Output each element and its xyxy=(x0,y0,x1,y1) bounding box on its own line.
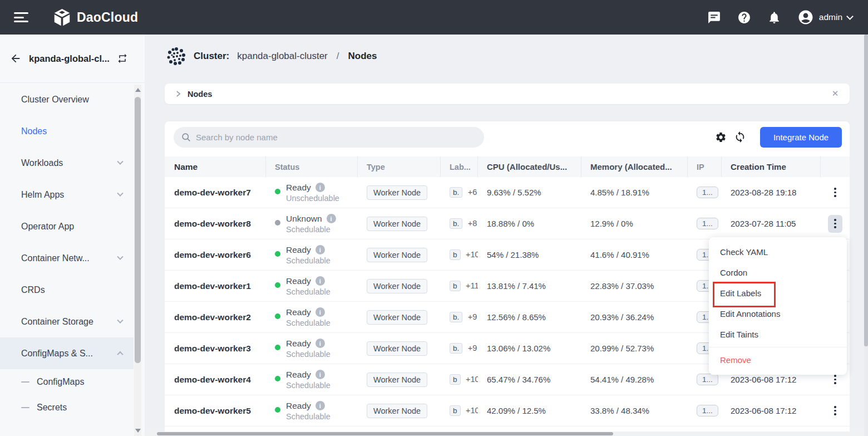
info-icon[interactable] xyxy=(315,370,325,379)
context-menu-item[interactable]: Cordon xyxy=(709,262,847,283)
horizontal-scrollbar-thumb[interactable] xyxy=(157,432,613,435)
info-icon[interactable] xyxy=(315,339,325,348)
node-name[interactable]: demo-dev-worker5 xyxy=(165,406,266,416)
label-more-count[interactable]: +8 xyxy=(468,219,477,228)
info-icon[interactable] xyxy=(315,245,325,254)
context-menu-item[interactable]: Check YAML xyxy=(709,242,847,262)
context-menu-item[interactable]: Edit Taints xyxy=(709,324,847,345)
sidebar-item[interactable]: ConfigMaps xyxy=(0,369,134,395)
node-name[interactable]: demo-dev-worker2 xyxy=(165,312,266,322)
label-more-count[interactable]: +10 xyxy=(466,250,478,259)
ip-badge[interactable]: 1... xyxy=(697,374,718,385)
column-header[interactable]: Status xyxy=(266,156,358,177)
node-name[interactable]: demo-dev-worker6 xyxy=(165,250,266,260)
back-arrow-icon[interactable] xyxy=(9,52,22,65)
sidebar-item[interactable]: Container Storage xyxy=(0,306,134,337)
search-box[interactable] xyxy=(174,127,484,148)
scroll-up-icon[interactable] xyxy=(135,88,141,92)
label-more-count[interactable]: +6 xyxy=(468,188,477,197)
scroll-down-icon[interactable] xyxy=(135,429,141,433)
menu-icon[interactable] xyxy=(14,12,28,22)
ip-badge[interactable]: 1... xyxy=(697,218,718,229)
context-menu-item[interactable]: Remove xyxy=(709,350,847,370)
info-icon[interactable] xyxy=(315,307,325,317)
node-name[interactable]: demo-dev-worker3 xyxy=(165,344,266,354)
sidebar-cluster-name[interactable]: kpanda-global-cl... xyxy=(29,53,110,64)
info-icon[interactable] xyxy=(315,401,325,410)
gear-icon[interactable] xyxy=(714,131,727,143)
kebab-menu-icon[interactable] xyxy=(828,402,842,420)
label-more-count[interactable]: +9 xyxy=(468,312,477,321)
vertical-scrollbar-thumb[interactable] xyxy=(864,35,868,346)
user-menu[interactable]: admin xyxy=(797,9,852,26)
label-badge[interactable]: b. xyxy=(450,343,462,354)
column-header[interactable]: IP xyxy=(688,156,722,177)
table-row[interactable]: demo-dev-worker5 Ready Schedulable Work xyxy=(165,395,850,427)
sidebar-item[interactable]: Helm Apps xyxy=(0,179,134,210)
column-header[interactable]: Memory (Allocated... xyxy=(581,156,688,177)
sidebar-item-label: Container Netw... xyxy=(21,253,90,263)
node-cpu: 12.56% / 8.65% xyxy=(478,312,581,322)
table-row[interactable]: demo-dev-worker7 Ready Unschedulable Wo xyxy=(165,177,850,208)
label-badge[interactable]: b xyxy=(450,249,461,260)
chat-icon[interactable] xyxy=(707,10,722,25)
scrollbar-thumb[interactable] xyxy=(135,97,141,363)
close-icon[interactable]: ✕ xyxy=(830,88,841,99)
kebab-menu-icon[interactable] xyxy=(828,184,842,202)
help-icon[interactable] xyxy=(737,10,752,25)
integrate-node-button[interactable]: Integrate Node xyxy=(760,127,842,148)
vertical-scrollbar[interactable] xyxy=(864,35,868,436)
column-header[interactable]: Lab... xyxy=(441,156,478,177)
sidebar-item[interactable]: Cluster Overview xyxy=(0,84,134,115)
label-badge[interactable]: b. xyxy=(450,218,462,229)
label-badge[interactable]: b. xyxy=(450,187,462,198)
sidebar-scrollbar[interactable] xyxy=(134,85,141,436)
info-icon[interactable] xyxy=(315,276,325,286)
node-name[interactable]: demo-dev-worker4 xyxy=(165,375,266,385)
bell-icon[interactable] xyxy=(767,10,782,25)
brand-logo[interactable]: DaoCloud xyxy=(53,8,138,27)
label-badge[interactable]: b. xyxy=(450,312,462,322)
sidebar-item[interactable]: ConfigMaps & S... xyxy=(0,337,134,369)
label-badge[interactable]: b xyxy=(450,281,461,291)
label-more-count[interactable]: +10 xyxy=(466,406,478,415)
label-badge[interactable]: b xyxy=(450,405,461,416)
column-header[interactable] xyxy=(821,156,850,177)
kebab-menu-icon[interactable] xyxy=(828,215,842,233)
switch-cluster-icon[interactable] xyxy=(117,53,128,64)
label-more-count[interactable]: +11 xyxy=(466,281,478,290)
info-icon[interactable] xyxy=(327,214,336,223)
refresh-icon[interactable] xyxy=(734,131,746,143)
column-header[interactable]: Creation Time xyxy=(722,156,821,177)
chevron-right-icon[interactable] xyxy=(176,90,181,97)
search-input[interactable] xyxy=(196,133,463,142)
sidebar-item[interactable]: Container Netw... xyxy=(0,242,134,274)
tab-nodes[interactable]: Nodes xyxy=(188,90,212,99)
node-name[interactable]: demo-dev-worker8 xyxy=(165,219,266,229)
context-menu-item[interactable]: Edit Labels xyxy=(709,283,847,303)
label-badge[interactable]: b xyxy=(450,374,461,385)
table-header: Name Status Type Lab... CPU (Allocated/U… xyxy=(165,156,850,177)
column-header[interactable]: CPU (Allocated/Us... xyxy=(478,156,581,177)
sidebar-item[interactable]: Operator App xyxy=(0,210,134,242)
column-header[interactable]: Name xyxy=(165,156,266,177)
node-name[interactable]: demo-dev-worker1 xyxy=(165,281,266,291)
sidebar-item[interactable]: Workloads xyxy=(0,147,134,179)
sidebar-item[interactable]: Nodes xyxy=(0,115,134,147)
sidebar-item[interactable]: Secrets xyxy=(0,395,134,420)
node-type-badge: Worker Node xyxy=(367,341,427,356)
table-row[interactable]: demo-dev-worker8 Unknown Schedulable Wo xyxy=(165,208,850,239)
status-dot-icon xyxy=(275,407,280,413)
ip-badge[interactable]: 1... xyxy=(697,405,718,417)
label-more-count[interactable]: +9 xyxy=(468,344,477,352)
node-name[interactable]: demo-dev-worker7 xyxy=(165,188,266,198)
column-header[interactable]: Type xyxy=(358,156,441,177)
ip-badge[interactable]: 1... xyxy=(697,187,718,198)
horizontal-scrollbar[interactable] xyxy=(145,432,868,436)
breadcrumb-cluster-name[interactable]: kpanda-global-cluster xyxy=(237,51,328,62)
sidebar-item[interactable]: CRDs xyxy=(0,274,134,306)
avatar-icon xyxy=(797,9,814,26)
info-icon[interactable] xyxy=(315,183,325,192)
context-menu-item[interactable]: Edit Annotations xyxy=(709,303,847,324)
label-more-count[interactable]: +10 xyxy=(466,375,478,384)
